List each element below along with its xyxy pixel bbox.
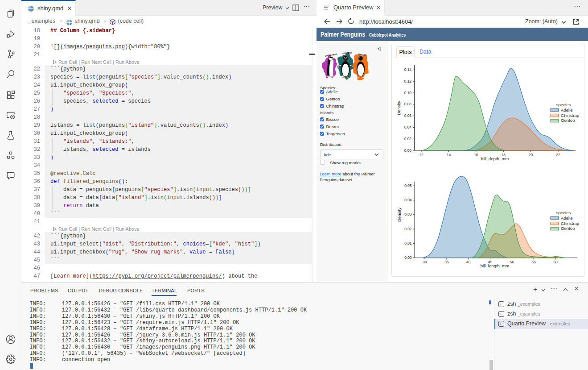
svg-text:Chinstrap: Chinstrap [561,221,579,226]
svg-text:0.03: 0.03 [404,212,412,216]
svg-text:22: 22 [556,153,560,157]
svg-text:40: 40 [466,260,471,264]
svg-text:Chinstrap: Chinstrap [561,113,579,118]
svg-text:50: 50 [510,260,514,264]
svg-text:30: 30 [423,260,427,264]
svg-text:bill_depth_mm: bill_depth_mm [481,156,509,161]
svg-text:Gentoo: Gentoo [561,226,575,231]
svg-text:60: 60 [553,260,558,264]
svg-text:20: 20 [529,153,533,157]
svg-text:0.04: 0.04 [404,198,412,202]
svg-text:12: 12 [419,153,424,157]
svg-text:Adelie: Adelie [561,108,573,112]
svg-text:16: 16 [474,153,478,157]
svg-text:0.05: 0.05 [404,183,412,188]
svg-text:0.02: 0.02 [404,227,412,231]
svg-text:Density: Density [396,101,401,115]
svg-text:Density: Density [397,208,402,222]
svg-text:Adelie: Adelie [561,216,573,220]
svg-text:0.02: 0.02 [404,137,412,141]
svg-text:0.01: 0.01 [404,241,412,245]
svg-text:14: 14 [447,153,451,157]
svg-text:0.08: 0.08 [404,102,412,106]
svg-text:0.10: 0.10 [404,91,412,95]
svg-text:0.12: 0.12 [404,79,412,83]
svg-text:Gentoo: Gentoo [561,118,575,123]
svg-text:0.00: 0.00 [404,148,412,153]
svg-text:55: 55 [532,260,536,264]
svg-text:bill_length_mm: bill_length_mm [481,263,510,268]
svg-text:0.04: 0.04 [404,125,412,129]
svg-text:0.06: 0.06 [404,113,412,118]
svg-text:species: species [556,210,571,215]
svg-text:0.14: 0.14 [404,67,412,72]
svg-text:35: 35 [444,260,449,264]
svg-text:0.00: 0.00 [404,255,412,260]
svg-text:species: species [556,102,571,107]
